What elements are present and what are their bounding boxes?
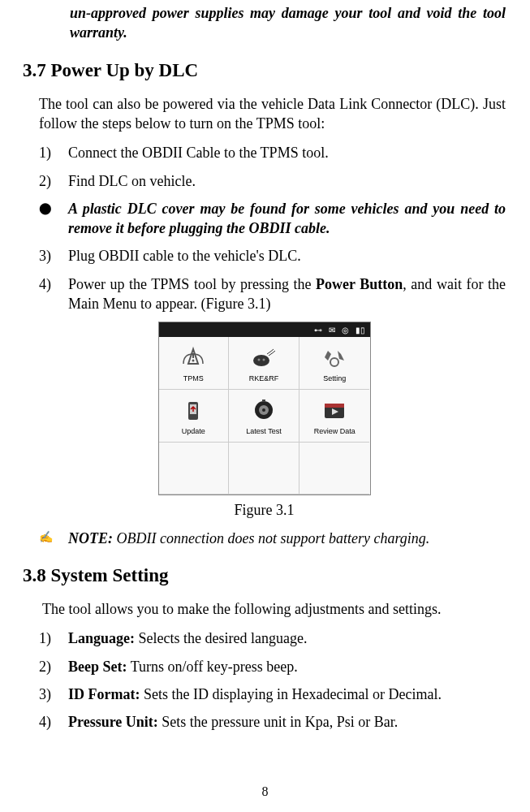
step-1: 1) Connect the OBDII Cable to the TPMS t… (39, 143, 506, 162)
section-3-7-heading: 3.7 Power Up by DLC (23, 58, 506, 83)
section-3-7-steps: 1) Connect the OBDII Cable to the TPMS t… (39, 143, 506, 191)
step-3: 3) Plug OBDII cable to the vehicle's DLC… (39, 246, 506, 266)
step-text: Plug OBDII cable to the vehicle's DLC. (68, 246, 506, 266)
section-3-8-items: 1) Language: Selects the desired languag… (39, 628, 506, 732)
menu-update: Update (159, 390, 230, 443)
main-menu-grid: TPMS RKE&RF Setting Update Latest Test (159, 337, 370, 495)
step-number: 3) (39, 246, 68, 266)
signal-icon: ◎ (342, 325, 349, 336)
figure-3-1: ⊷ ✉ ◎ ▮▯ TPMS RKE&RF Setting Up (158, 322, 371, 495)
update-icon (176, 395, 210, 425)
empty-cell (299, 443, 370, 495)
battery-icon: ▮▯ (355, 325, 365, 336)
svg-rect-11 (262, 400, 265, 402)
usb-icon: ⊷ (314, 325, 322, 336)
step-text: Power up the TPMS tool by pressing the P… (68, 274, 506, 314)
item-text: Pressure Unit: Sets the pressure unit in… (68, 712, 506, 732)
setting-item-id-format: 3) ID Format: Sets the ID displaying in … (39, 685, 506, 704)
item-text: Language: Selects the desired language. (68, 628, 506, 648)
item-number: 4) (39, 712, 68, 732)
dlc-cover-note: ⬤ A plastic DLC cover may be found for s… (39, 199, 506, 239)
setting-item-pressure-unit: 4) Pressure Unit: Sets the pressure unit… (39, 712, 506, 732)
step-2: 2) Find DLC on vehicle. (39, 171, 506, 191)
item-label: ID Format: (68, 686, 140, 702)
item-number: 2) (39, 657, 68, 676)
item-desc: Sets the ID displaying in Hexadecimal or… (140, 686, 441, 702)
step-number: 1) (39, 143, 68, 162)
item-label: Language: (68, 630, 135, 646)
item-number: 3) (39, 685, 68, 704)
note-icon: ✍ (39, 529, 68, 548)
bullet-text: A plastic DLC cover may be found for som… (68, 199, 506, 239)
section-3-7-steps-cont: 3) Plug OBDII cable to the vehicle's DLC… (39, 246, 506, 313)
bullet-icon: ⬤ (39, 199, 68, 239)
menu-review-data: Review Data (299, 390, 370, 443)
empty-cell (159, 443, 230, 495)
menu-label: Latest Test (246, 426, 281, 436)
note-body: OBDII connection does not support batter… (113, 530, 429, 546)
latest-test-icon (247, 395, 281, 425)
note-label: NOTE: (68, 530, 113, 546)
item-desc: Turns on/off key-press beep. (127, 659, 297, 675)
power-button-label: Power Button (316, 276, 403, 292)
section-3-8-heading: 3.8 System Setting (23, 563, 506, 588)
step-text: Connect the OBDII Cable to the TPMS tool… (68, 143, 506, 162)
menu-tpms: TPMS (159, 337, 230, 390)
menu-label: Setting (323, 374, 346, 383)
item-text: Beep Set: Turns on/off key-press beep. (68, 657, 506, 676)
menu-label: Update (182, 426, 205, 436)
svg-point-5 (330, 358, 338, 366)
menu-setting: Setting (299, 337, 370, 390)
menu-label: Review Data (314, 426, 355, 436)
step-number: 2) (39, 171, 68, 191)
setting-item-beep: 2) Beep Set: Turns on/off key-press beep… (39, 657, 506, 676)
step4-pre: Power up the TPMS tool by pressing the (68, 276, 316, 292)
item-label: Pressure Unit: (68, 714, 158, 730)
step-text: Find DLC on vehicle. (68, 171, 506, 191)
item-number: 1) (39, 628, 68, 648)
section-3-8-intro: The tool allows you to make the followin… (42, 599, 506, 619)
svg-point-3 (257, 359, 260, 361)
setting-icon (317, 343, 351, 372)
item-label: Beep Set: (68, 659, 127, 675)
step-number: 4) (39, 274, 68, 314)
page-number: 8 (0, 783, 530, 801)
device-status-bar: ⊷ ✉ ◎ ▮▯ (159, 322, 370, 337)
step-4: 4) Power up the TPMS tool by pressing th… (39, 274, 506, 314)
review-data-icon (317, 395, 351, 425)
menu-label: TPMS (183, 374, 204, 383)
item-desc: Selects the desired language. (135, 630, 307, 646)
mail-icon: ✉ (329, 325, 335, 336)
setting-item-language: 1) Language: Selects the desired languag… (39, 628, 506, 648)
rke-icon (247, 343, 281, 372)
obdii-note: ✍ NOTE: OBDII connection does not suppor… (39, 529, 506, 548)
note-text: NOTE: OBDII connection does not support … (68, 529, 506, 548)
menu-label: RKE&RF (249, 374, 279, 383)
empty-cell (229, 443, 299, 495)
item-text: ID Format: Sets the ID displaying in Hex… (68, 685, 506, 704)
svg-point-10 (262, 408, 265, 412)
svg-point-2 (253, 355, 269, 366)
section-3-7-intro: The tool can also be powered via the veh… (39, 94, 506, 134)
svg-point-0 (192, 360, 195, 362)
menu-rke-rf: RKE&RF (229, 337, 299, 390)
tpms-icon (176, 343, 210, 372)
figure-caption: Figure 3.1 (23, 500, 506, 520)
warning-continuation: un-approved power supplies may damage yo… (70, 3, 506, 43)
menu-latest-test: Latest Test (229, 390, 299, 443)
item-desc: Sets the pressure unit in Kpa, Psi or Ba… (158, 714, 398, 730)
svg-rect-13 (325, 404, 344, 408)
svg-point-4 (262, 359, 265, 361)
